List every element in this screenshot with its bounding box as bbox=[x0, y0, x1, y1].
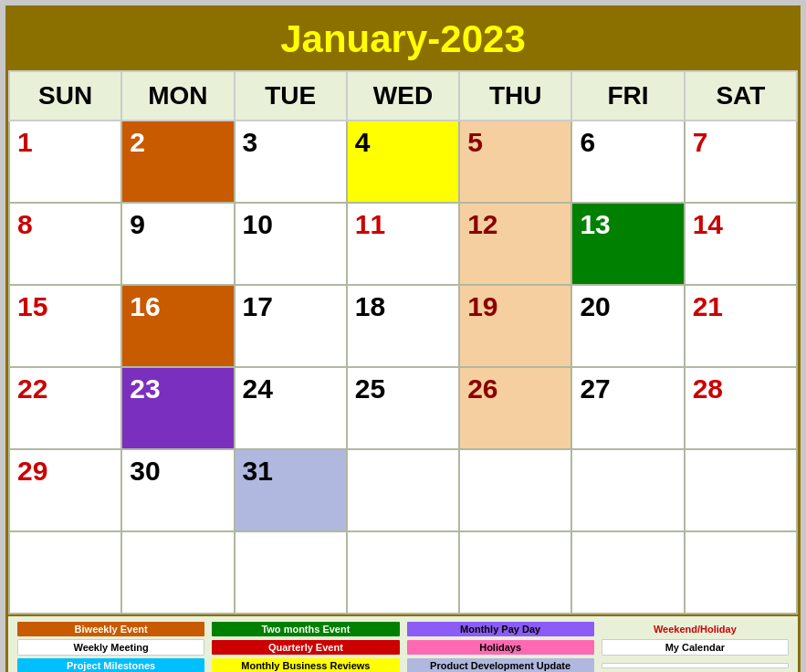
day-number: 4 bbox=[355, 127, 371, 157]
day-number: 11 bbox=[355, 209, 385, 239]
day-cell: 30 bbox=[121, 449, 234, 531]
day-number: 16 bbox=[130, 291, 160, 321]
day-header-tue: TUE bbox=[235, 71, 347, 121]
legend-box: Biweekly Event bbox=[17, 622, 204, 636]
legend-box: Two months Event bbox=[212, 622, 399, 636]
week-row-3: 22232425262728 bbox=[9, 367, 797, 449]
day-cell bbox=[685, 449, 797, 531]
day-cell: 31 bbox=[235, 449, 347, 531]
day-cell: 23 bbox=[121, 367, 234, 449]
day-cell bbox=[235, 531, 347, 614]
day-number: 6 bbox=[580, 127, 595, 157]
day-cell: 10 bbox=[235, 203, 347, 285]
day-cell bbox=[121, 531, 234, 614]
day-cell: 16 bbox=[121, 285, 234, 367]
legend-box: Monthly Pay Day bbox=[407, 622, 594, 636]
day-number: 17 bbox=[243, 291, 273, 321]
day-cell: 15 bbox=[9, 285, 121, 367]
day-cell: 4 bbox=[347, 121, 459, 203]
day-cell: 28 bbox=[685, 367, 797, 449]
day-cell: 25 bbox=[347, 367, 459, 449]
day-cell bbox=[571, 449, 684, 531]
week-row-4: 293031 bbox=[9, 449, 797, 531]
day-header-thu: THU bbox=[459, 71, 571, 121]
day-header-sat: SAT bbox=[685, 71, 797, 121]
day-number: 27 bbox=[580, 373, 610, 404]
day-number: 18 bbox=[355, 291, 385, 321]
day-number: 31 bbox=[243, 456, 273, 486]
week-row-0: 1234567 bbox=[9, 121, 797, 203]
legend-box: Holidays bbox=[407, 640, 594, 655]
legend-container: Biweekly EventTwo months EventMonthly Pa… bbox=[8, 614, 798, 672]
legend-item: Weekly Meeting bbox=[17, 639, 204, 656]
day-number: 3 bbox=[243, 127, 258, 157]
day-cell: 13 bbox=[571, 203, 684, 285]
week-row-1: 891011121314 bbox=[9, 203, 797, 285]
calendar-header: January-2023 bbox=[8, 8, 798, 70]
legend-box: Monthly Business Reviews bbox=[212, 658, 399, 672]
day-number: 22 bbox=[17, 373, 47, 404]
legend-item: Quarterly Event bbox=[212, 639, 399, 656]
week-row-2: 15161718192021 bbox=[9, 285, 797, 367]
day-cell: 8 bbox=[9, 203, 121, 285]
day-cell: 26 bbox=[459, 367, 571, 449]
legend-box: Quarterly Event bbox=[212, 640, 399, 655]
day-number: 14 bbox=[693, 209, 723, 239]
legend-box bbox=[602, 663, 789, 668]
day-number: 23 bbox=[130, 373, 160, 404]
legend-item bbox=[602, 658, 789, 672]
day-cell bbox=[685, 531, 797, 614]
day-number: 19 bbox=[467, 291, 497, 321]
day-cell: 29 bbox=[9, 449, 121, 531]
day-number: 13 bbox=[580, 209, 610, 239]
day-cell: 21 bbox=[685, 285, 797, 367]
day-header-wed: WED bbox=[347, 71, 459, 121]
day-header-fri: FRI bbox=[571, 71, 684, 121]
day-cell: 2 bbox=[121, 121, 234, 203]
day-cell: 3 bbox=[235, 121, 347, 203]
legend-box: Weekend/Holiday bbox=[602, 622, 789, 636]
day-number: 24 bbox=[243, 373, 273, 404]
legend-item: Project Milestones bbox=[17, 658, 204, 672]
day-cell bbox=[459, 449, 571, 531]
day-number: 10 bbox=[243, 209, 273, 239]
day-number: 21 bbox=[693, 291, 723, 321]
day-cell: 14 bbox=[685, 203, 797, 285]
day-cell: 7 bbox=[685, 121, 797, 203]
day-cell: 11 bbox=[347, 203, 459, 285]
day-cell bbox=[459, 531, 571, 614]
day-cell: 6 bbox=[571, 121, 684, 203]
legend-item: My Calendar bbox=[602, 639, 789, 656]
day-number: 20 bbox=[580, 291, 610, 321]
day-number: 2 bbox=[130, 127, 145, 157]
legend-item: Monthly Business Reviews bbox=[212, 658, 399, 672]
day-cell: 9 bbox=[121, 203, 234, 285]
day-cell: 24 bbox=[235, 367, 347, 449]
day-number: 30 bbox=[130, 456, 160, 486]
day-number: 8 bbox=[17, 209, 33, 239]
legend-item: Weekend/Holiday bbox=[602, 622, 789, 636]
day-cell: 22 bbox=[9, 367, 121, 449]
legend-item: Two months Event bbox=[212, 622, 399, 636]
day-cell: 17 bbox=[235, 285, 347, 367]
day-header-sun: SUN bbox=[9, 71, 121, 121]
legend-item: Product Development Update bbox=[407, 658, 594, 672]
day-cell: 5 bbox=[459, 121, 571, 203]
day-number: 28 bbox=[693, 373, 723, 404]
day-cell: 1 bbox=[9, 121, 121, 203]
day-cell: 19 bbox=[459, 285, 571, 367]
day-number: 25 bbox=[355, 373, 385, 404]
day-cell: 20 bbox=[571, 285, 684, 367]
day-number: 29 bbox=[17, 456, 47, 486]
calendar-title: January-2023 bbox=[8, 17, 798, 61]
day-header-mon: MON bbox=[121, 71, 234, 121]
legend-item: Biweekly Event bbox=[17, 622, 204, 636]
day-number: 5 bbox=[467, 127, 483, 157]
legend-box: My Calendar bbox=[602, 639, 789, 656]
legend-box: Product Development Update bbox=[407, 658, 594, 672]
day-cell: 12 bbox=[459, 203, 571, 285]
legend-box: Project Milestones bbox=[17, 658, 204, 672]
day-number: 12 bbox=[467, 209, 497, 239]
day-cell bbox=[571, 531, 684, 614]
day-cell: 27 bbox=[571, 367, 684, 449]
